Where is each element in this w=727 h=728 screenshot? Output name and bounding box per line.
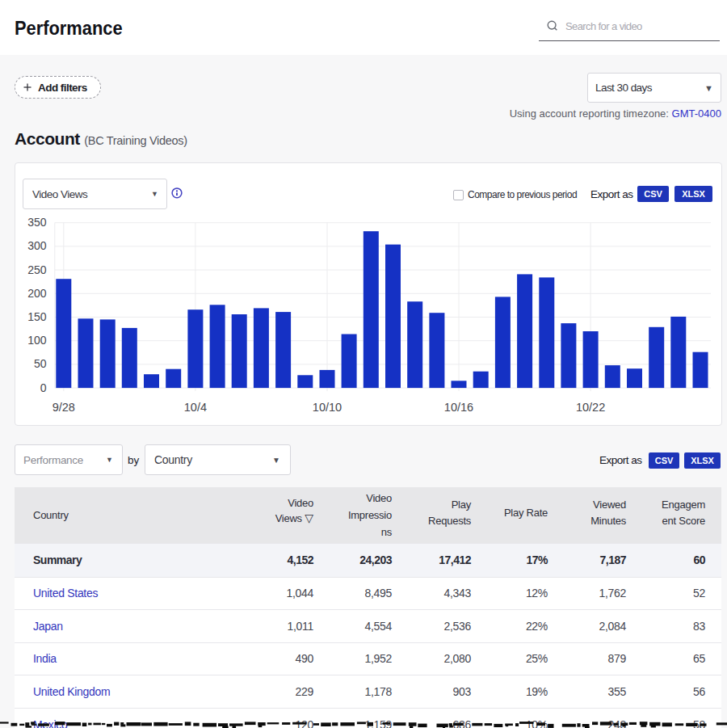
svg-text:100: 100 [27,334,47,347]
svg-text:10/16: 10/16 [444,401,473,414]
svg-text:250: 250 [27,263,47,276]
svg-text:10/10: 10/10 [313,401,342,414]
svg-text:300: 300 [27,239,47,252]
svg-text:9/28: 9/28 [53,401,75,414]
svg-text:10/22: 10/22 [576,401,605,414]
svg-text:200: 200 [27,287,47,300]
svg-text:350: 350 [27,216,47,229]
svg-text:0: 0 [40,381,47,394]
svg-text:50: 50 [34,357,47,370]
svg-text:150: 150 [27,310,47,323]
svg-text:10/4: 10/4 [184,401,207,414]
